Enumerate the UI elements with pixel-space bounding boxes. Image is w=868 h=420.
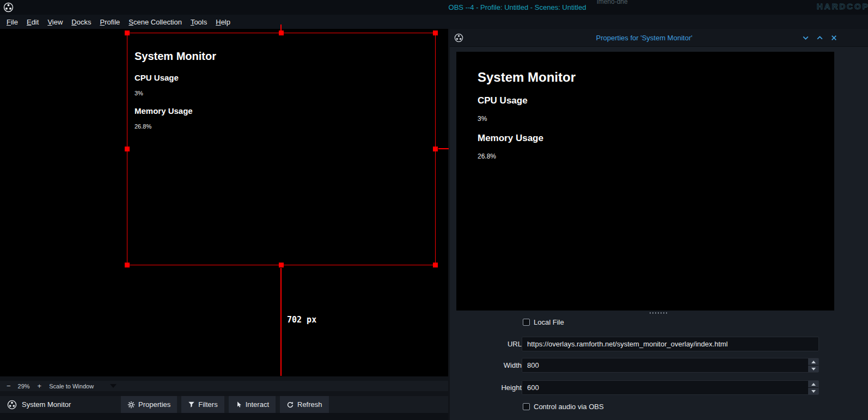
selection-handle-mid-right[interactable]: [433, 147, 438, 151]
scale-mode-dropdown[interactable]: Scale to Window: [49, 383, 117, 389]
background-watermark: HARDCOPY: [817, 2, 868, 11]
interact-button[interactable]: Interact: [229, 396, 276, 413]
local-file-checkbox[interactable]: [523, 319, 530, 326]
selection-extension-line: [438, 148, 449, 149]
source-toolbar-buttons: Properties Filters Interact: [121, 396, 329, 413]
cursor-icon: [235, 401, 242, 408]
menu-item-edit[interactable]: Edit: [22, 18, 43, 26]
selection-handle-bottom-left[interactable]: [125, 263, 130, 267]
selection-handle-mid-left[interactable]: [125, 147, 130, 151]
window-title: OBS --4 - Profile: Untitled - Scenes: Un…: [167, 0, 868, 15]
selection-box[interactable]: [127, 33, 436, 265]
height-label: Height: [454, 380, 522, 395]
filters-button-label: Filters: [198, 400, 217, 409]
height-spin-buttons: [808, 381, 818, 394]
width-spin-buttons: [808, 358, 818, 372]
selection-handle-top-center[interactable]: [279, 31, 284, 35]
overlay-mem-value: 26.8%: [478, 153, 496, 160]
measurement-label: 702 px: [285, 314, 318, 325]
chevron-up-icon[interactable]: [816, 34, 823, 41]
properties-panel-titlebar[interactable]: Properties for 'System Monitor': [450, 29, 868, 47]
overlay-mem-label: Memory Usage: [478, 133, 543, 144]
selection-handle-top-left[interactable]: [125, 31, 130, 35]
zoom-level: 29%: [18, 383, 35, 389]
selection-handle-bottom-right[interactable]: [433, 263, 438, 267]
menu-item-profile[interactable]: Profile: [95, 18, 124, 26]
menu-item-help[interactable]: Help: [211, 18, 235, 26]
width-label: Width: [454, 358, 522, 373]
refresh-button[interactable]: Refresh: [280, 396, 329, 413]
source-name: System Monitor: [22, 400, 71, 409]
menu-item-scene-collection[interactable]: Scene Collection: [124, 18, 186, 26]
control-audio-row: Control audio via OBS: [523, 403, 604, 411]
gear-icon: [127, 401, 135, 409]
url-input[interactable]: [522, 337, 819, 351]
overlay-title: System Monitor: [478, 70, 576, 85]
properties-button[interactable]: Properties: [121, 396, 177, 413]
menu-bar: File Edit View Docks Profile Scene Colle…: [0, 15, 868, 29]
zoom-in-button[interactable]: +: [38, 382, 42, 390]
control-audio-label: Control audio via OBS: [534, 403, 604, 411]
spin-down-icon[interactable]: [808, 388, 818, 394]
panel-controls: [802, 29, 838, 47]
obs-window: { "window": { "title": "OBS --4 - Profil…: [0, 0, 868, 420]
obs-logo-icon: [3, 2, 14, 13]
refresh-icon: [286, 401, 294, 409]
selection-rotation-line: [280, 25, 282, 31]
background-text: imeno-dhe: [597, 0, 628, 5]
height-input[interactable]: [522, 380, 819, 395]
properties-button-label: Properties: [138, 400, 170, 409]
measurement-line: [280, 268, 282, 376]
menu-item-tools[interactable]: Tools: [186, 18, 211, 26]
url-label: URL: [454, 337, 522, 351]
panel-resize-grip-icon[interactable]: [450, 311, 868, 314]
selection-handle-bottom-center[interactable]: [279, 263, 284, 267]
caret-down-icon: [110, 384, 117, 388]
overlay-cpu-label: CPU Usage: [478, 95, 528, 106]
local-file-row: Local File: [523, 318, 564, 326]
filter-icon: [188, 401, 195, 408]
spin-down-icon[interactable]: [808, 366, 818, 372]
refresh-button-label: Refresh: [297, 400, 322, 409]
spin-up-icon[interactable]: [808, 358, 818, 365]
chevron-down-icon[interactable]: [802, 34, 809, 41]
filters-button[interactable]: Filters: [181, 396, 224, 413]
overlay-cpu-value: 3%: [478, 115, 487, 123]
source-toolbar: System Monitor Properties: [0, 396, 448, 413]
close-icon[interactable]: [830, 34, 838, 41]
menu-item-file[interactable]: File: [2, 18, 22, 26]
scale-mode-label: Scale to Window: [49, 383, 94, 389]
preview-canvas[interactable]: System Monitor CPU Usage 3% Memory Usage…: [0, 29, 448, 376]
control-audio-checkbox[interactable]: [523, 403, 530, 410]
width-input[interactable]: [522, 358, 819, 373]
menu-item-docks[interactable]: Docks: [67, 18, 95, 26]
obs-logo-icon: [7, 400, 17, 410]
height-spinbox: [522, 380, 819, 395]
menu-item-view[interactable]: View: [43, 18, 67, 26]
properties-preview: System Monitor CPU Usage 3% Memory Usage…: [456, 52, 834, 311]
local-file-label: Local File: [534, 318, 564, 326]
properties-panel-title: Properties for 'System Monitor': [450, 29, 839, 47]
bottom-strip: [0, 413, 448, 420]
zoom-out-button[interactable]: −: [7, 382, 11, 390]
window-titlebar: OBS --4 - Profile: Untitled - Scenes: Un…: [0, 0, 868, 15]
properties-panel: Properties for 'System Monitor' System M…: [450, 29, 868, 420]
selection-handle-top-right[interactable]: [433, 31, 438, 35]
width-spinbox: [522, 358, 819, 373]
spin-up-icon[interactable]: [808, 381, 818, 387]
interact-button-label: Interact: [246, 400, 269, 409]
preview-status-bar: − 29% + Scale to Window: [0, 381, 448, 391]
